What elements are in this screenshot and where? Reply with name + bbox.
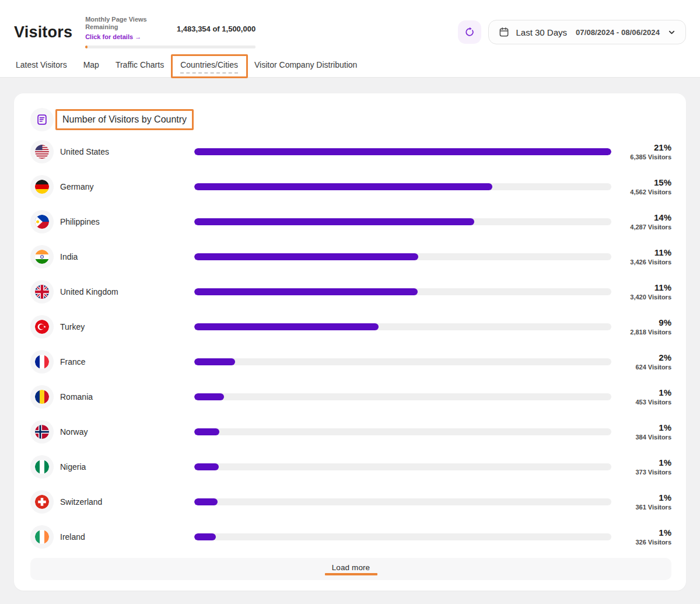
calendar-icon	[498, 26, 510, 38]
visitor-bar-track	[194, 533, 611, 540]
usage-details-link[interactable]: Click for details →	[85, 33, 141, 40]
table-row-romania: Romania 1% 453 Visitors	[30, 379, 671, 414]
table-row-india: India 11% 3,426 Visitors	[30, 239, 671, 274]
country-label: Norway	[54, 427, 194, 437]
visitor-bar-fill	[194, 428, 219, 435]
ireland-flag-icon	[30, 525, 54, 549]
country-label: Turkey	[54, 322, 194, 331]
visitor-count: 2,818 Visitors	[630, 329, 671, 336]
nigeria-flag-icon	[30, 455, 54, 479]
visitor-bar-fill	[194, 498, 218, 505]
visitor-bar-fill	[194, 533, 216, 540]
table-row-united-states: United States 21% 6,385 Visitors	[30, 134, 671, 169]
page-content: Number of Visitors by Country United Sta…	[0, 78, 700, 591]
visitor-bar-track	[194, 498, 611, 505]
card-title: Number of Visitors by Country	[62, 114, 187, 125]
refresh-icon	[464, 26, 475, 38]
visitor-bar-track	[194, 323, 611, 330]
visitor-bar-track	[194, 463, 611, 470]
page-views-usage: Monthly Page Views Remaining Click for d…	[85, 16, 256, 48]
country-label: Ireland	[54, 532, 194, 542]
usage-value: 1,483,354 of 1,500,000	[177, 25, 256, 33]
tab-latest-visitors[interactable]: Latest Visitors	[16, 60, 67, 74]
visitor-count: 4,562 Visitors	[630, 188, 671, 195]
refresh-button[interactable]	[458, 20, 481, 44]
visitor-bar-track	[194, 358, 611, 365]
visitor-bar-fill	[194, 323, 379, 330]
date-range-picker[interactable]: Last 30 Days 07/08/2024 - 08/06/2024	[488, 20, 686, 44]
percent-value: 9%	[659, 318, 671, 327]
table-row-philippines: Philippines 14% 4,287 Visitors	[30, 204, 671, 239]
tab-map[interactable]: Map	[83, 60, 99, 74]
visitor-bar-track	[194, 218, 611, 225]
card-icon-circle	[30, 108, 54, 131]
visitors-by-country-card: Number of Visitors by Country United Sta…	[14, 93, 686, 591]
load-more-button[interactable]: Load more	[30, 558, 671, 580]
report-icon	[36, 113, 48, 126]
visitor-count: 384 Visitors	[635, 434, 671, 441]
tab-bar: Latest VisitorsMapTraffic ChartsCountrie…	[0, 56, 700, 77]
table-row-switzerland: Switzerland 1% 361 Visitors	[30, 484, 671, 519]
visitor-bar-fill	[194, 218, 474, 225]
percent-value: 1%	[659, 423, 671, 432]
percent-value: 1%	[659, 528, 671, 537]
usage-progress-fill	[85, 46, 88, 48]
tab-label: Countries/Cities	[180, 60, 238, 74]
visitor-count: 373 Visitors	[635, 469, 671, 476]
visitor-bar-fill	[194, 463, 219, 470]
visitor-bar-track	[194, 393, 611, 400]
visitor-count: 361 Visitors	[635, 504, 671, 511]
visitor-bar-fill	[194, 393, 224, 400]
country-label: United Kingdom	[54, 287, 194, 296]
country-label: Romania	[54, 392, 194, 401]
table-row-nigeria: Nigeria 1% 373 Visitors	[30, 449, 671, 484]
tab-label: Visitor Company Distribution	[254, 60, 357, 74]
romania-flag-icon	[30, 385, 54, 409]
percent-value: 15%	[654, 178, 671, 187]
visitor-count: 453 Visitors	[635, 399, 671, 406]
visitor-count: 3,426 Visitors	[630, 259, 671, 266]
visitor-count: 6,385 Visitors	[630, 153, 671, 160]
table-row-ireland: Ireland 1% 326 Visitors	[30, 519, 671, 554]
percent-value: 2%	[659, 353, 671, 362]
tab-traffic-charts[interactable]: Traffic Charts	[116, 60, 164, 74]
country-list: United States 21% 6,385 Visitors Germany…	[30, 134, 671, 554]
visitor-count: 3,420 Visitors	[630, 294, 671, 301]
country-label: Germany	[54, 182, 194, 191]
table-row-france: France 2% 624 Visitors	[30, 344, 671, 379]
percent-value: 1%	[659, 458, 671, 467]
percent-value: 11%	[654, 283, 671, 292]
norway-flag-icon	[30, 420, 54, 444]
usage-label: Monthly Page Views Remaining	[85, 16, 171, 31]
country-label: India	[54, 252, 194, 261]
turkey-flag-icon	[30, 315, 54, 338]
date-range-value: 07/08/2024 - 08/06/2024	[576, 28, 660, 37]
tab-label: Traffic Charts	[116, 60, 164, 74]
visitor-bar-fill	[194, 148, 611, 155]
visitor-count: 4,287 Visitors	[630, 224, 671, 231]
visitor-count: 624 Visitors	[635, 364, 671, 371]
tab-label: Map	[83, 60, 99, 74]
table-row-germany: Germany 15% 4,562 Visitors	[30, 169, 671, 204]
visitor-bar-fill	[194, 253, 418, 260]
usage-progress-bar	[85, 46, 256, 48]
table-row-united-kingdom: United Kingdom 11% 3,420 Visitors	[30, 274, 671, 309]
tab-countries-cities[interactable]: Countries/Cities	[180, 60, 238, 74]
country-label: France	[54, 357, 194, 366]
percent-value: 14%	[654, 213, 671, 222]
india-flag-icon	[30, 245, 54, 268]
visitor-bar-fill	[194, 358, 235, 365]
table-row-norway: Norway 1% 384 Visitors	[30, 414, 671, 449]
visitor-bar-track	[194, 183, 611, 190]
date-preset-label: Last 30 Days	[516, 27, 567, 37]
tab-label: Latest Visitors	[16, 60, 67, 74]
switzerland-flag-icon	[30, 490, 54, 514]
germany-flag-icon	[30, 175, 54, 198]
tab-visitor-company-distribution[interactable]: Visitor Company Distribution	[254, 60, 357, 74]
page-title: Visitors	[14, 23, 72, 41]
visitor-bar-fill	[194, 183, 492, 190]
country-label: United States	[54, 147, 194, 156]
table-row-turkey: Turkey 9% 2,818 Visitors	[30, 309, 671, 344]
annotation-underline-load-more	[325, 573, 377, 575]
united-states-flag-icon	[30, 140, 54, 163]
